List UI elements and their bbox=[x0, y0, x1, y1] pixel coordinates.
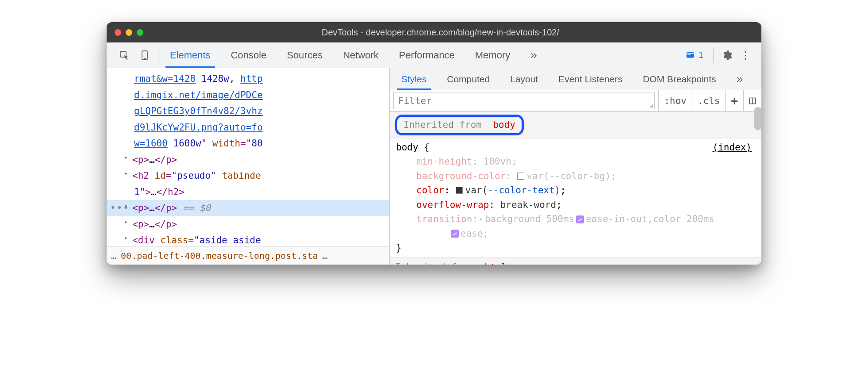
dom-url-fragment[interactable]: gLQPGtEG3y0fTn4v82/3vhz bbox=[134, 106, 263, 116]
dom-tree[interactable]: rmat&w=1428 1428w, http d.imgix.net/imag… bbox=[107, 68, 389, 246]
scrollbar-thumb[interactable] bbox=[754, 107, 761, 130]
dom-attr-value: 1428w bbox=[201, 73, 229, 84]
dom-attr-name: width bbox=[212, 138, 240, 149]
titlebar: DevTools - developer.chrome.com/blog/new… bbox=[107, 22, 761, 42]
issues-count: 1 bbox=[699, 50, 703, 60]
dom-attr-value: 1600w bbox=[173, 138, 201, 149]
css-declaration[interactable]: min-height: 100vh; bbox=[396, 154, 755, 169]
css-var-link[interactable]: --color-bg bbox=[549, 169, 605, 184]
inherited-highlight: Inherited from body bbox=[395, 115, 524, 135]
kebab-menu-icon[interactable]: ⋮ bbox=[737, 47, 753, 63]
window-title: DevTools - developer.chrome.com/blog/new… bbox=[154, 27, 727, 38]
dom-url-fragment[interactable]: d9lJKcYw2FU.png?auto=fo bbox=[134, 122, 263, 133]
css-declaration[interactable]: background-color: var(--color-bg); bbox=[396, 169, 755, 184]
gutter-ellipsis-icon[interactable]: ••• bbox=[110, 201, 130, 215]
styles-rules: Inherited from body (index) body { min-h… bbox=[390, 111, 761, 265]
rule-selector[interactable]: body bbox=[396, 142, 419, 153]
tab-performance[interactable]: Performance bbox=[392, 42, 462, 68]
dom-node-h2-cont[interactable]: 1">…</h2> bbox=[107, 184, 389, 200]
css-declaration[interactable]: overflow-wrap: break-word; bbox=[396, 198, 755, 212]
inherited-from-element[interactable]: html bbox=[484, 262, 507, 265]
close-window-button[interactable] bbox=[115, 29, 121, 36]
styles-filter-bar: Filter :hov .cls + bbox=[390, 90, 761, 111]
rule-source-link[interactable]: (index) bbox=[712, 140, 752, 155]
color-swatch-icon[interactable] bbox=[517, 173, 524, 180]
css-declaration[interactable]: transition: ▸ background 500ms ease-in-o… bbox=[396, 212, 755, 227]
issues-button[interactable]: 1 bbox=[681, 50, 708, 60]
subtab-event-listeners[interactable]: Event Listeners bbox=[550, 68, 630, 90]
tab-console[interactable]: Console bbox=[224, 42, 274, 68]
tab-elements[interactable]: Elements bbox=[163, 42, 218, 68]
inherited-label: Inherited from bbox=[403, 119, 482, 130]
elements-tree-panel: rmat&w=1428 1428w, http d.imgix.net/imag… bbox=[107, 68, 390, 265]
inherited-label: Inherited from bbox=[395, 262, 473, 265]
divider bbox=[713, 47, 714, 63]
breadcrumb-prefix[interactable]: … bbox=[111, 250, 116, 261]
tab-network[interactable]: Network bbox=[336, 42, 386, 68]
styles-panel: Styles Computed Layout Event Listeners D… bbox=[390, 68, 761, 265]
settings-gear-icon[interactable] bbox=[719, 47, 735, 63]
tab-sources[interactable]: Sources bbox=[280, 42, 330, 68]
window-controls bbox=[115, 29, 143, 36]
zoom-window-button[interactable] bbox=[137, 29, 143, 36]
new-style-rule-button[interactable]: + bbox=[725, 90, 743, 111]
breadcrumb[interactable]: … 00.pad-left-400.measure-long.post.sta … bbox=[107, 246, 389, 265]
css-declaration[interactable]: color: var(--color-text); bbox=[396, 183, 755, 198]
breadcrumb-text[interactable]: 00.pad-left-400.measure-long.post.sta bbox=[121, 250, 318, 261]
breadcrumb-suffix[interactable]: … bbox=[323, 250, 328, 261]
css-var-link[interactable]: --color-text bbox=[488, 183, 555, 198]
dom-attr-value: "80 bbox=[246, 138, 263, 149]
dom-node-h2[interactable]: <h2 id="pseudo" tabinde bbox=[107, 168, 389, 184]
panel-body: rmat&w=1428 1428w, http d.imgix.net/imag… bbox=[107, 68, 761, 265]
tab-memory[interactable]: Memory bbox=[468, 42, 517, 68]
device-toolbar-icon[interactable] bbox=[137, 47, 153, 63]
main-toolbar: Elements Console Sources Network Perform… bbox=[107, 42, 761, 68]
inherited-from-element[interactable]: body bbox=[493, 119, 515, 130]
dom-url-fragment[interactable]: http bbox=[240, 73, 263, 84]
styles-filter-input[interactable]: Filter bbox=[393, 92, 655, 109]
inspect-element-icon[interactable] bbox=[116, 47, 132, 63]
sidebar-tabs: Styles Computed Layout Event Listeners D… bbox=[390, 68, 761, 90]
bezier-editor-icon[interactable] bbox=[576, 215, 584, 223]
panel-tabs: Elements Console Sources Network Perform… bbox=[158, 42, 677, 68]
bezier-editor-icon[interactable] bbox=[451, 230, 459, 238]
subtab-layout[interactable]: Layout bbox=[502, 68, 546, 90]
subtab-computed[interactable]: Computed bbox=[439, 68, 498, 90]
dom-node-div[interactable]: <div class="aside aside bbox=[107, 232, 389, 246]
subtab-styles[interactable]: Styles bbox=[393, 68, 434, 90]
css-rule[interactable]: (index) body { min-height: 100vh; backgr… bbox=[390, 138, 761, 257]
css-declaration-cont[interactable]: ease; bbox=[396, 227, 755, 241]
rule-close-brace: } bbox=[396, 242, 402, 253]
color-swatch-icon[interactable] bbox=[456, 187, 463, 194]
inherited-from-separator[interactable]: Inherited from html bbox=[390, 257, 761, 265]
inherited-from-separator[interactable]: Inherited from body bbox=[390, 111, 761, 138]
dom-node-p[interactable]: <p>…</p> bbox=[107, 152, 389, 168]
dom-url-fragment[interactable]: d.imgix.net/image/dPDCe bbox=[134, 90, 263, 100]
minimize-window-button[interactable] bbox=[126, 29, 132, 36]
subtabs-overflow-icon[interactable]: » bbox=[729, 68, 751, 90]
hov-toggle[interactable]: :hov bbox=[658, 90, 692, 111]
tabs-overflow-icon[interactable]: » bbox=[523, 42, 544, 68]
dom-node-p-selected[interactable]: ••• <p>…</p> == $0 bbox=[107, 200, 389, 216]
subtab-dom-breakpoints[interactable]: DOM Breakpoints bbox=[635, 68, 724, 90]
dom-url-fragment[interactable]: w=1600 bbox=[134, 138, 168, 149]
cls-toggle[interactable]: .cls bbox=[692, 90, 726, 111]
filter-placeholder: Filter bbox=[398, 96, 432, 106]
dollar-zero-hint: == $0 bbox=[183, 203, 211, 213]
devtools-window: DevTools - developer.chrome.com/blog/new… bbox=[107, 22, 761, 265]
dom-url-fragment[interactable]: rmat&w=1428 bbox=[134, 73, 196, 84]
dom-node-p[interactable]: <p>…</p> bbox=[107, 216, 389, 233]
